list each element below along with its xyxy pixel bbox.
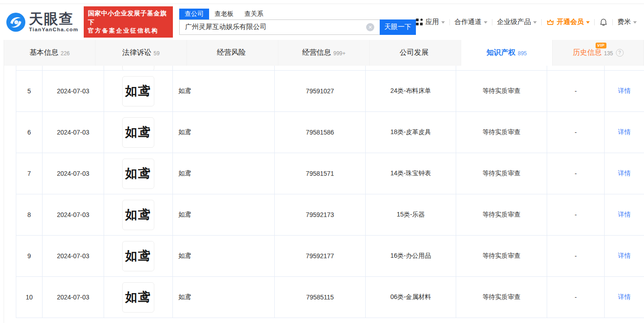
tab-intellectual-property[interactable]: 知识产权 895 xyxy=(461,40,553,66)
crown-icon xyxy=(546,19,554,26)
header-nav: 应用 合作通道 企业级产品 开通会员 xyxy=(416,18,637,27)
chevron-down-icon xyxy=(484,21,487,24)
trademark-image-text: 如鸢 xyxy=(125,289,152,305)
registration-number: 79592173 xyxy=(275,194,366,236)
tab-count: 895 xyxy=(518,50,527,57)
help-icon[interactable]: ? xyxy=(616,49,624,57)
table-row-partial xyxy=(16,66,644,71)
row-index: 10 xyxy=(16,277,43,318)
cell xyxy=(456,66,547,71)
trademark-category: 18类-皮革皮具 xyxy=(366,112,456,153)
tab-label: 公司发展 xyxy=(400,48,429,58)
row-index: 8 xyxy=(16,194,43,236)
registration-number: 79592177 xyxy=(275,236,366,277)
trademark-name: 如鸢 xyxy=(173,71,275,112)
trademark-image-partial xyxy=(122,66,154,71)
registration-number: 79581586 xyxy=(275,112,366,153)
divider xyxy=(449,19,450,25)
trademark-image-cell: 如鸢 xyxy=(104,277,173,318)
bell-icon xyxy=(599,18,608,27)
detail-link[interactable]: 详情 xyxy=(618,293,631,301)
nav-cooperation[interactable]: 合作通道 xyxy=(454,18,487,26)
search-button[interactable]: 天眼一下 xyxy=(380,19,416,35)
trademark-image-text: 如鸢 xyxy=(125,83,152,99)
clear-input-icon[interactable]: ✕ xyxy=(366,23,374,31)
registration-number: 79581571 xyxy=(275,153,366,194)
certification-badge: 国家中小企业发展子基金旗下 官方备案企业征信机构 xyxy=(84,6,173,38)
trademark-category: 14类-珠宝钟表 xyxy=(366,153,456,194)
tab-count: 999+ xyxy=(333,50,345,57)
process-placeholder: - xyxy=(547,71,605,112)
search-tab-relation[interactable]: 查关系 xyxy=(239,9,269,19)
search-tab-company[interactable]: 查公司 xyxy=(179,9,209,19)
apply-date: 2024-07-03 xyxy=(43,71,104,112)
tab-basic-info[interactable]: 基本信息 226 xyxy=(4,40,95,66)
tab-history-info[interactable]: VIP 历史信息 135 ? xyxy=(553,40,644,66)
cell xyxy=(275,66,366,71)
trademark-image[interactable]: 如鸢 xyxy=(122,159,154,189)
cell xyxy=(366,66,456,71)
nav-notifications[interactable] xyxy=(599,18,608,27)
apply-date: 2024-07-03 xyxy=(43,277,104,318)
detail-link[interactable]: 详情 xyxy=(618,169,631,178)
tab-legal-proceedings[interactable]: 法律诉讼 59 xyxy=(95,40,187,66)
tab-label: 历史信息 xyxy=(572,48,601,58)
trademark-status: 等待实质审查 xyxy=(456,112,547,153)
tab-count: 226 xyxy=(61,50,70,57)
apply-date: 2024-07-03 xyxy=(43,194,104,236)
nav-apps-label: 应用 xyxy=(425,18,439,26)
search-input[interactable] xyxy=(179,19,380,35)
tab-count: 59 xyxy=(153,50,159,57)
tab-label: 法律诉讼 xyxy=(122,48,151,58)
trademark-image[interactable]: 如鸢 xyxy=(122,76,154,106)
chevron-down-icon xyxy=(533,21,537,24)
nav-open-vip[interactable]: 开通会员 xyxy=(546,18,590,26)
search-block: 查公司 查老板 查关系 ✕ 天眼一下 xyxy=(179,9,416,35)
process-placeholder: - xyxy=(547,194,605,236)
tab-count: 135 xyxy=(604,50,613,57)
trademark-category: 15类-乐器 xyxy=(366,194,456,236)
table-row: 9 2024-07-03 如鸢 如鸢 79592177 16类-办公用品 等待实… xyxy=(16,236,644,277)
cell xyxy=(173,66,275,71)
table-row: 8 2024-07-03 如鸢 如鸢 79592173 15类-乐器 等待实质审… xyxy=(16,194,644,236)
search-tab-boss[interactable]: 查老板 xyxy=(209,9,239,19)
detail-link[interactable]: 详情 xyxy=(618,211,631,219)
row-index: 6 xyxy=(16,112,43,153)
tab-label: 基本信息 xyxy=(29,48,58,58)
detail-link[interactable]: 详情 xyxy=(618,128,631,136)
logo-title: 天眼查 xyxy=(29,12,78,26)
trademark-image[interactable]: 如鸢 xyxy=(122,200,154,230)
trademark-name: 如鸢 xyxy=(173,236,275,277)
trademark-image-cell: 如鸢 xyxy=(104,112,173,153)
nav-enterprise[interactable]: 企业级产品 xyxy=(497,18,537,26)
trademark-category: 16类-办公用品 xyxy=(366,236,456,277)
trademark-image-cell: 如鸢 xyxy=(104,71,173,112)
nav-user[interactable]: 费米 xyxy=(617,18,637,26)
trademark-name: 如鸢 xyxy=(173,153,275,194)
trademark-image[interactable]: 如鸢 xyxy=(122,117,154,148)
divider xyxy=(612,19,613,25)
nav-apps[interactable]: 应用 xyxy=(416,18,445,26)
table-row: 10 2024-07-03 如鸢 如鸢 79585115 06类-金属材料 等待… xyxy=(16,277,644,318)
chevron-down-icon xyxy=(633,21,637,24)
tab-operational-risk[interactable]: 经营风险 xyxy=(187,40,278,66)
nav-vip-label: 开通会员 xyxy=(557,18,584,26)
trademark-status: 等待实质审查 xyxy=(456,71,547,112)
top-divider xyxy=(0,0,644,4)
company-detail-card: 基本信息 226 法律诉讼 59 经营风险 经营信息 999+ 公司发展 知识产… xyxy=(4,40,644,323)
detail-cell: 详情 xyxy=(605,236,644,277)
detail-link[interactable]: 详情 xyxy=(618,87,631,95)
tab-business-info[interactable]: 经营信息 999+ xyxy=(278,40,370,66)
tianyancha-logo[interactable]: 天眼查 TianYanCha.com xyxy=(6,12,78,33)
badge-line2: 官方备案企业征信机构 xyxy=(88,27,169,35)
nav-cooperation-label: 合作通道 xyxy=(454,18,482,26)
search-tabs: 查公司 查老板 查关系 xyxy=(179,9,416,19)
detail-link[interactable]: 详情 xyxy=(618,252,631,260)
apply-date: 2024-07-03 xyxy=(43,153,104,194)
trademark-image[interactable]: 如鸢 xyxy=(122,282,154,313)
trademark-image[interactable]: 如鸢 xyxy=(122,241,154,271)
tab-company-development[interactable]: 公司发展 xyxy=(370,40,461,66)
trademark-category: 24类-布料床单 xyxy=(366,71,456,112)
trademark-status: 等待实质审查 xyxy=(456,236,547,277)
process-placeholder: - xyxy=(547,112,605,153)
